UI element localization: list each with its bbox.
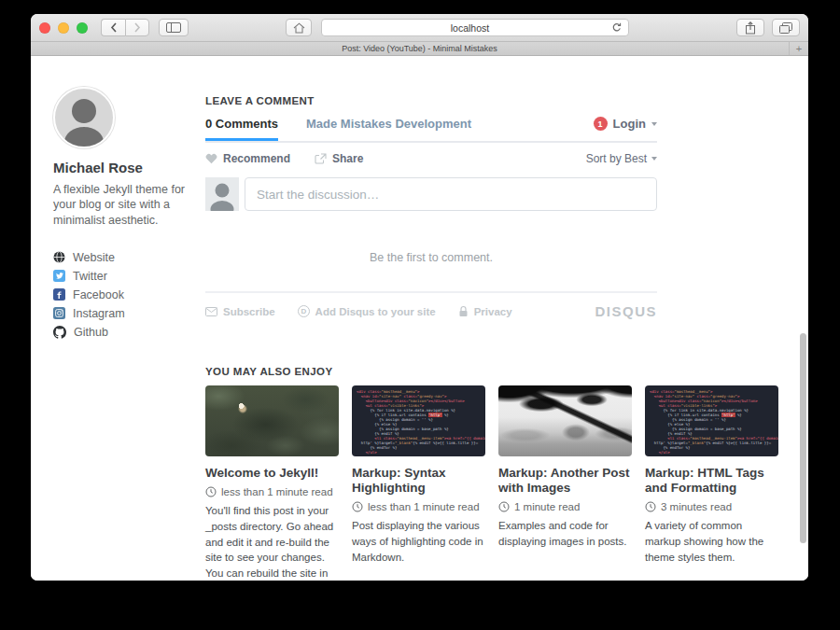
- share-thread-button[interactable]: Share: [315, 152, 363, 165]
- link-label: Facebook: [73, 288, 124, 301]
- subscribe-label: Subscribe: [223, 306, 275, 317]
- post-title[interactable]: Markup: HTML Tags and Formatting: [645, 466, 778, 496]
- person-silhouette-icon: [55, 89, 113, 147]
- github-icon: [53, 326, 66, 339]
- active-tab-title[interactable]: Post: Video (YouTube) - Minimal Mistakes: [342, 44, 497, 53]
- guest-avatar: [205, 177, 239, 211]
- related-card-welcome-to-jekyll[interactable]: Welcome to Jekyll! less than 1 minute re…: [205, 385, 339, 581]
- privacy-link[interactable]: Privacy: [458, 305, 512, 317]
- back-button[interactable]: [101, 19, 125, 36]
- svg-text:D: D: [301, 307, 306, 315]
- home-button[interactable]: [286, 19, 312, 36]
- community-link[interactable]: Made Mistakes Development: [306, 117, 471, 131]
- subscribe-link[interactable]: Subscribe: [205, 306, 275, 317]
- notification-badge[interactable]: 1: [594, 117, 608, 131]
- vertical-scrollbar[interactable]: [800, 333, 806, 543]
- post-title[interactable]: Markup: Another Post with Images: [498, 466, 632, 496]
- related-card-html-tags-formatting[interactable]: <div class="masthead__menu"> <nav id="si…: [645, 385, 778, 581]
- sidebar-toggle-button[interactable]: [159, 19, 189, 36]
- minimize-window-button[interactable]: [58, 22, 69, 34]
- sidebar-item-facebook[interactable]: Facebook: [53, 286, 198, 304]
- author-links: Website Twitter Face: [53, 248, 198, 342]
- chevron-down-icon: [651, 157, 657, 161]
- link-label: Github: [74, 326, 108, 339]
- url-text: localhost: [329, 22, 611, 34]
- related-card-syntax-highlighting[interactable]: <div class="masthead__menu"> <nav id="si…: [352, 385, 485, 581]
- post-excerpt: You'll find this post in your _posts dir…: [205, 503, 339, 581]
- clock-icon: [352, 501, 363, 512]
- home-icon: [293, 22, 305, 34]
- tabs-icon: [779, 22, 792, 34]
- read-time: 1 minute read: [514, 501, 580, 512]
- sidebar-item-website[interactable]: Website: [53, 248, 198, 267]
- post-excerpt: Examples and code for displaying images …: [498, 518, 632, 549]
- comment-editor: [205, 177, 657, 211]
- post-thumbnail-fog: [498, 385, 632, 456]
- chevron-down-icon: [651, 122, 657, 126]
- browser-toolbar: localhost: [31, 14, 808, 42]
- share-label: Share: [332, 152, 363, 165]
- chevron-left-icon: [110, 22, 118, 33]
- share-icon: [745, 21, 756, 35]
- zoom-window-button[interactable]: [77, 22, 88, 34]
- login-menu[interactable]: 1 Login: [594, 117, 657, 131]
- forward-button[interactable]: [125, 19, 149, 36]
- empty-state-message: Be the first to comment.: [205, 251, 657, 264]
- disqus-divider: [205, 291, 657, 293]
- facebook-icon: [53, 288, 65, 301]
- history-nav: [101, 19, 149, 36]
- close-window-button[interactable]: [39, 22, 50, 34]
- recommend-button[interactable]: Recommend: [205, 152, 290, 165]
- person-silhouette-icon: [205, 177, 239, 211]
- disqus-d-icon: D: [298, 305, 310, 317]
- read-time: less than 1 minute read: [221, 486, 333, 497]
- clock-icon: [498, 501, 510, 512]
- address-bar[interactable]: localhost: [321, 19, 629, 36]
- share-arrow-icon: [315, 153, 327, 164]
- post-thumbnail-code: <div class="masthead__menu"> <nav id="si…: [645, 385, 778, 456]
- sidebar-item-twitter[interactable]: Twitter: [53, 267, 198, 286]
- author-bio: A flexible Jekyll theme for your blog or…: [53, 182, 198, 228]
- add-disqus-label: Add Disqus to your site: [315, 306, 436, 317]
- post-title[interactable]: Welcome to Jekyll!: [205, 466, 339, 481]
- link-label: Website: [73, 251, 115, 264]
- you-may-also-enjoy-heading: YOU MAY ALSO ENJOY: [205, 366, 780, 377]
- post-title[interactable]: Markup: Syntax Highlighting: [352, 466, 485, 496]
- comment-count-tab[interactable]: 0 Comments: [205, 117, 278, 141]
- sort-by-best-dropdown[interactable]: Sort by Best: [586, 152, 657, 165]
- main-column: LEAVE A COMMENT 0 Comments Made Mistakes…: [205, 56, 780, 581]
- post-thumbnail-code: <div class="masthead__menu"> <nav id="si…: [352, 385, 485, 456]
- show-tabs-button[interactable]: [772, 19, 800, 36]
- leave-a-comment-heading: LEAVE A COMMENT: [205, 56, 780, 106]
- new-tab-button[interactable]: +: [789, 42, 808, 55]
- disqus-nav: 0 Comments Made Mistakes Development 1 L…: [205, 117, 657, 143]
- instagram-icon: [53, 307, 65, 319]
- share-button[interactable]: [736, 19, 764, 36]
- post-excerpt: A variety of common markup showing how t…: [645, 518, 778, 565]
- twitter-icon: [53, 270, 65, 282]
- sort-label: Sort by Best: [586, 152, 647, 165]
- disqus-logo[interactable]: DISQUS: [595, 303, 657, 319]
- safari-window: localhost Post: Video (YouTube) - Minima…: [31, 14, 808, 581]
- comment-input[interactable]: [245, 177, 657, 211]
- clock-icon: [205, 486, 217, 497]
- privacy-label: Privacy: [474, 306, 512, 317]
- page-content: Michael Rose A flexible Jekyll theme for…: [31, 56, 808, 581]
- traffic-lights: [39, 22, 88, 34]
- clock-icon: [645, 501, 656, 512]
- author-profile: Michael Rose A flexible Jekyll theme for…: [53, 87, 198, 342]
- recommend-label: Recommend: [223, 152, 290, 165]
- sidebar-item-instagram[interactable]: Instagram: [53, 304, 198, 323]
- sidebar-item-github[interactable]: Github: [53, 323, 198, 342]
- read-time: less than 1 minute read: [368, 501, 480, 512]
- related-card-another-post-with-images[interactable]: Markup: Another Post with Images 1 minut…: [498, 385, 632, 581]
- refresh-icon[interactable]: [611, 22, 622, 33]
- heart-icon: [205, 153, 217, 164]
- post-thumbnail-moss: [205, 385, 339, 456]
- add-disqus-link[interactable]: D Add Disqus to your site: [298, 305, 436, 317]
- login-label: Login: [613, 117, 646, 131]
- disqus-actions: Recommend Share Sort by Best: [205, 143, 657, 175]
- related-cards: Welcome to Jekyll! less than 1 minute re…: [205, 385, 780, 581]
- screenshot-stage: localhost Post: Video (YouTube) - Minima…: [0, 0, 840, 630]
- related-posts: YOU MAY ALSO ENJOY Welcome to Jekyll! le…: [205, 366, 780, 581]
